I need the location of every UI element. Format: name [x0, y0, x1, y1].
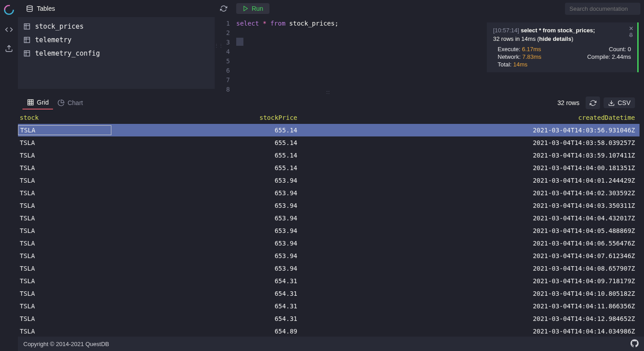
cell-datetime[interactable]: 2021-03-04T14:04:00.181351Z [301, 164, 640, 171]
cell-stock[interactable]: TSLA [18, 290, 243, 297]
cell-stock[interactable]: TSLA [18, 252, 243, 259]
cell-datetime[interactable]: 2021-03-04T14:04:09.718179Z [301, 277, 640, 285]
table-row[interactable]: TSLA655.142021-03-04T14:03:59.107411Z [18, 149, 640, 162]
cell-price[interactable]: 653.94 [243, 265, 301, 272]
pin-icon[interactable] [628, 32, 634, 39]
cell-datetime[interactable]: 2021-03-04T14:04:05.488869Z [301, 227, 640, 234]
close-icon[interactable]: ✕ [629, 25, 634, 32]
cell-datetime[interactable]: 2021-03-04T14:04:01.244429Z [301, 177, 640, 184]
cell-datetime[interactable]: 2021-03-04T14:04:12.984652Z [301, 315, 640, 322]
export-csv-button[interactable]: CSV [604, 97, 635, 108]
cell-price[interactable]: 653.94 [243, 177, 301, 184]
table-row[interactable]: TSLA654.312021-03-04T14:04:12.984652Z [18, 312, 640, 325]
cell-stock[interactable]: TSLA [18, 125, 243, 135]
cell-stock[interactable]: TSLA [18, 152, 243, 159]
table-item[interactable]: stock_prices [18, 20, 215, 33]
cell-stock[interactable]: TSLA [18, 164, 243, 171]
hide-details-link[interactable]: hide details [539, 35, 572, 42]
table-row[interactable]: TSLA654.312021-03-04T14:04:09.718179Z [18, 275, 640, 287]
cell-price[interactable]: 653.94 [243, 202, 301, 209]
cell-price[interactable]: 653.94 [243, 215, 301, 222]
table-row[interactable]: TSLA653.942021-03-04T14:04:06.556476Z [18, 237, 640, 250]
cell-price[interactable]: 654.31 [243, 277, 301, 285]
table-row[interactable]: TSLA655.142021-03-04T14:03:58.039257Z [18, 136, 640, 149]
cell-stock[interactable]: TSLA [18, 139, 243, 146]
vertical-drag-handle[interactable]: ⋮⋮ [214, 43, 223, 48]
table-row[interactable]: TSLA653.942021-03-04T14:04:02.303592Z [18, 187, 640, 199]
refresh-results-button[interactable] [586, 97, 600, 109]
cell-stock[interactable]: TSLA [18, 189, 243, 197]
tab-chart[interactable]: Chart [53, 97, 87, 109]
cell-datetime[interactable]: 2021-03-04T14:04:08.657907Z [301, 265, 640, 272]
cell-price[interactable]: 655.14 [243, 152, 301, 159]
results-grid[interactable]: stock stockPrice createdDatetime TSLA655… [18, 111, 640, 337]
footer: Copyright © 2014-2021 QuestDB [18, 337, 644, 351]
table-row[interactable]: TSLA655.142021-03-04T14:03:56.931046Z [18, 124, 640, 136]
table-item[interactable]: telemetry [18, 33, 215, 47]
table-row[interactable]: TSLA654.312021-03-04T14:04:11.866356Z [18, 300, 640, 312]
table-row[interactable]: TSLA653.942021-03-04T14:04:01.244429Z [18, 174, 640, 187]
cell-price[interactable]: 653.94 [243, 252, 301, 259]
cell-stock[interactable]: TSLA [18, 315, 243, 322]
left-rail [0, 0, 18, 351]
cell-datetime[interactable]: 2021-03-04T14:04:14.034986Z [301, 328, 640, 335]
cell-datetime[interactable]: 2021-03-04T14:04:03.350311Z [301, 202, 640, 209]
tab-grid[interactable]: Grid [22, 96, 53, 110]
svg-point-3 [27, 5, 32, 7]
cell-price[interactable]: 654.89 [243, 328, 301, 335]
cell-datetime[interactable]: 2021-03-04T14:03:58.039257Z [301, 139, 640, 146]
cell-stock[interactable]: TSLA [18, 303, 243, 310]
table-row[interactable]: TSLA653.942021-03-04T14:04:04.432017Z [18, 212, 640, 224]
col-stock[interactable]: stock [18, 114, 243, 121]
col-price[interactable]: stockPrice [243, 114, 301, 121]
cell-price[interactable]: 653.94 [243, 240, 301, 247]
table-row[interactable]: TSLA653.942021-03-04T14:04:05.488869Z [18, 224, 640, 237]
cell-price[interactable]: 654.31 [243, 303, 301, 310]
grid-header: stock stockPrice createdDatetime [18, 111, 640, 124]
cell-datetime[interactable]: 2021-03-04T14:04:06.556476Z [301, 240, 640, 247]
app-logo [3, 4, 15, 16]
cell-stock[interactable]: TSLA [18, 227, 243, 234]
cell-stock[interactable]: TSLA [18, 277, 243, 285]
search-input[interactable] [565, 3, 640, 15]
cell-datetime[interactable]: 2021-03-04T14:04:11.866356Z [301, 303, 640, 310]
svg-rect-15 [28, 100, 33, 105]
cell-datetime[interactable]: 2021-03-04T14:03:56.931046Z [301, 127, 640, 134]
total-time: 14ms [513, 61, 528, 68]
cell-price[interactable]: 655.14 [243, 139, 301, 146]
cell-stock[interactable]: TSLA [18, 215, 243, 222]
tables-label: Tables [37, 5, 55, 12]
cell-price[interactable]: 653.94 [243, 227, 301, 234]
run-button[interactable]: Run [236, 3, 269, 14]
table-item[interactable]: telemetry_config [18, 47, 215, 60]
cell-stock[interactable]: TSLA [18, 265, 243, 272]
cell-stock[interactable]: TSLA [18, 202, 243, 209]
upload-icon[interactable] [4, 43, 14, 54]
table-row[interactable]: TSLA653.942021-03-04T14:04:07.612346Z [18, 250, 640, 262]
kw-from: from [270, 20, 286, 27]
cell-datetime[interactable]: 2021-03-04T14:04:02.303592Z [301, 189, 640, 197]
tables-button[interactable]: Tables [22, 3, 59, 14]
table-row[interactable]: TSLA653.942021-03-04T14:04:03.350311Z [18, 199, 640, 212]
cell-price[interactable]: 655.14 [243, 164, 301, 171]
table-row[interactable]: TSLA654.892021-03-04T14:04:14.034986Z [18, 325, 640, 337]
cell-price[interactable]: 655.14 [243, 127, 301, 134]
kw-select: select [236, 20, 259, 27]
cell-datetime[interactable]: 2021-03-04T14:03:59.107411Z [301, 152, 640, 159]
cell-price[interactable]: 654.31 [243, 315, 301, 322]
cell-stock[interactable]: TSLA [18, 240, 243, 247]
table-row[interactable]: TSLA655.142021-03-04T14:04:00.181351Z [18, 162, 640, 174]
cell-datetime[interactable]: 2021-03-04T14:04:07.612346Z [301, 252, 640, 259]
refresh-button[interactable] [216, 2, 231, 15]
cell-datetime[interactable]: 2021-03-04T14:04:04.432017Z [301, 215, 640, 222]
cell-stock[interactable]: TSLA [18, 328, 243, 335]
code-icon[interactable] [4, 24, 14, 35]
github-link[interactable] [631, 339, 639, 349]
table-row[interactable]: TSLA653.942021-03-04T14:04:08.657907Z [18, 262, 640, 275]
cell-datetime[interactable]: 2021-03-04T14:04:10.805182Z [301, 290, 640, 297]
table-row[interactable]: TSLA654.312021-03-04T14:04:10.805182Z [18, 287, 640, 300]
col-datetime[interactable]: createdDatetime [301, 114, 640, 121]
cell-price[interactable]: 654.31 [243, 290, 301, 297]
cell-price[interactable]: 653.94 [243, 189, 301, 197]
cell-stock[interactable]: TSLA [18, 177, 243, 184]
